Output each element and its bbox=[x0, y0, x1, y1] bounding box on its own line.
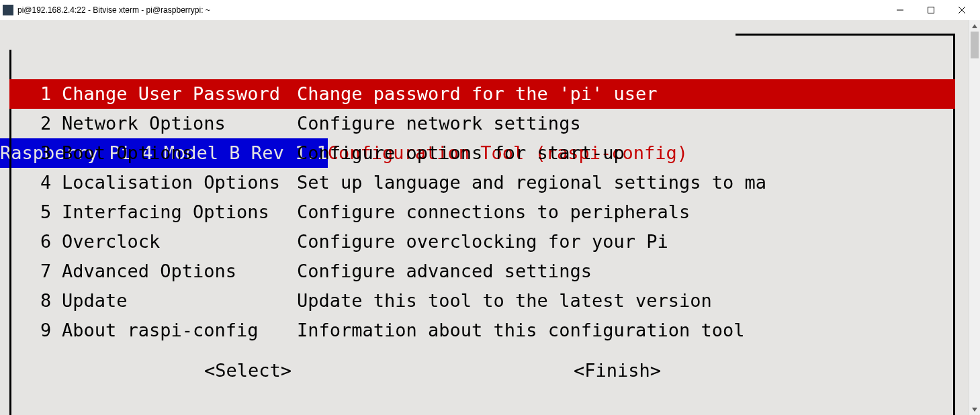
menu-item-label: About raspi-config bbox=[62, 316, 297, 345]
titlebar[interactable]: pi@192.168.2.4:22 - Bitvise xterm - pi@r… bbox=[0, 0, 980, 20]
menu-item-label: Change User Password bbox=[62, 79, 297, 109]
action-buttons-row: <Select> <Finish> bbox=[9, 356, 955, 385]
menu-item-label: Advanced Options bbox=[62, 257, 297, 286]
menu-item-number: 1 bbox=[40, 79, 62, 109]
terminal-content: Raspberry Pi 4 Model B Rev 1.1Configurat… bbox=[0, 20, 969, 415]
close-icon bbox=[959, 7, 965, 13]
menu-item-description: Set up language and regional settings to… bbox=[297, 168, 766, 197]
scroll-up-button[interactable] bbox=[969, 20, 980, 32]
menu-item-number: 6 bbox=[40, 227, 62, 257]
window-title: pi@192.168.2.4:22 - Bitvise xterm - pi@r… bbox=[17, 5, 210, 15]
chevron-up-icon bbox=[972, 24, 977, 28]
menu-item[interactable]: 4Localisation OptionsSet up language and… bbox=[9, 168, 955, 197]
menu-item-label: Overclock bbox=[62, 227, 297, 257]
finish-button[interactable]: <Finish> bbox=[574, 356, 661, 385]
frame-border bbox=[736, 34, 955, 36]
vertical-scrollbar[interactable] bbox=[969, 20, 980, 415]
scroll-thumb[interactable] bbox=[971, 32, 979, 58]
menu-item-description: Configure advanced settings bbox=[297, 257, 592, 286]
menu-item[interactable]: 8UpdateUpdate this tool to the latest ve… bbox=[9, 286, 955, 316]
menu-item-number: 3 bbox=[40, 138, 62, 168]
config-menu[interactable]: 1Change User PasswordChange password for… bbox=[9, 79, 955, 345]
app-icon bbox=[3, 5, 13, 15]
menu-item[interactable]: 5Interfacing OptionsConfigure connection… bbox=[9, 197, 955, 227]
svg-marker-4 bbox=[972, 24, 977, 28]
menu-item[interactable]: 9About raspi-configInformation about thi… bbox=[9, 316, 955, 345]
menu-item-description: Configure connections to peripherals bbox=[297, 197, 690, 227]
menu-item-label: Boot Options bbox=[62, 138, 297, 168]
xterm-window: pi@192.168.2.4:22 - Bitvise xterm - pi@r… bbox=[0, 0, 980, 415]
menu-item[interactable]: 2Network OptionsConfigure network settin… bbox=[9, 109, 955, 138]
menu-item-description: Configure network settings bbox=[297, 109, 581, 138]
menu-item-description: Change password for the 'pi' user bbox=[297, 79, 657, 109]
menu-item-number: 7 bbox=[40, 257, 62, 286]
close-button[interactable] bbox=[946, 0, 977, 20]
maximize-button[interactable] bbox=[916, 0, 946, 20]
window-controls bbox=[885, 0, 977, 20]
menu-item[interactable]: 3Boot OptionsConfigure options for start… bbox=[9, 138, 955, 168]
menu-item-description: Configure overclocking for your Pi bbox=[297, 227, 668, 257]
menu-item-description: Update this tool to the latest version bbox=[297, 286, 712, 316]
menu-item-number: 4 bbox=[40, 168, 62, 197]
menu-item-number: 2 bbox=[40, 109, 62, 138]
scroll-down-button[interactable] bbox=[969, 404, 980, 415]
menu-item[interactable]: 6OverclockConfigure overclocking for you… bbox=[9, 227, 955, 257]
select-button[interactable]: <Select> bbox=[204, 356, 292, 385]
menu-item-label: Network Options bbox=[62, 109, 297, 138]
menu-item-description: Information about this configuration too… bbox=[297, 316, 744, 345]
menu-item[interactable]: 1Change User PasswordChange password for… bbox=[9, 79, 955, 109]
frame-border bbox=[953, 34, 955, 50]
menu-item[interactable]: 7Advanced OptionsConfigure advanced sett… bbox=[9, 257, 955, 286]
menu-item-label: Interfacing Options bbox=[62, 197, 297, 227]
terminal-area[interactable]: Raspberry Pi 4 Model B Rev 1.1Configurat… bbox=[0, 20, 980, 415]
menu-item-description: Configure options for start-up bbox=[297, 138, 625, 168]
svg-rect-1 bbox=[928, 7, 934, 13]
chevron-down-icon bbox=[972, 408, 977, 412]
menu-item-number: 5 bbox=[40, 197, 62, 227]
menu-item-label: Localisation Options bbox=[62, 168, 297, 197]
menu-item-number: 9 bbox=[40, 316, 62, 345]
minimize-button[interactable] bbox=[885, 0, 916, 20]
menu-item-number: 8 bbox=[40, 286, 62, 316]
menu-item-label: Update bbox=[62, 286, 297, 316]
minimize-icon bbox=[897, 7, 903, 13]
svg-marker-5 bbox=[972, 408, 977, 412]
maximize-icon bbox=[928, 7, 934, 13]
